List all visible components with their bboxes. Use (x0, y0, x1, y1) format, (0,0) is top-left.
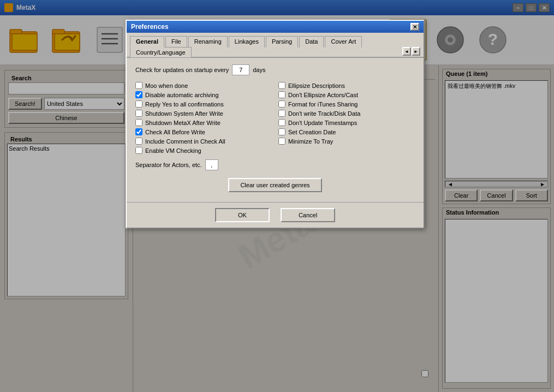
checkbox-row-r6: Minimize To Tray (278, 138, 415, 145)
checkbox-enable-vm[interactable] (135, 147, 142, 154)
checkbox-check-all-label: Check All Before Write (145, 129, 205, 135)
checkbox-no-update-timestamps[interactable] (278, 119, 285, 126)
checkbox-row-6: Include Comment in Check All (135, 138, 272, 145)
checkbox-no-track-disk-label: Don't write Track/Disk Data (288, 110, 360, 117)
checkbox-moo-label: Moo when done (145, 82, 188, 89)
checkbox-no-ellipsize-actors-label: Don't Ellipsize Actors/Cast (288, 92, 358, 98)
right-checkboxes-col: Ellipsize Descriptions Don't Ellipsize A… (278, 82, 415, 154)
modal-tab-coverart[interactable]: Cover Art (325, 36, 362, 47)
checkbox-row-r1: Don't Ellipsize Actors/Cast (278, 91, 415, 98)
modal-tab-country[interactable]: Country/Language (130, 47, 192, 57)
checkbox-minimize-tray-label: Minimize To Tray (288, 138, 333, 145)
checkbox-row-r3: Don't write Track/Disk Data (278, 110, 415, 117)
separator-row: Separator for Actors, etc. (135, 159, 415, 170)
checkbox-row-3: Shutdown System After Write (135, 110, 272, 117)
modal-tabs: General File Renaming Linkages Parsing D… (127, 33, 424, 58)
checkbox-include-comment[interactable] (135, 138, 142, 145)
modal-footer: OK Cancel (127, 202, 424, 228)
updates-label-after: days (253, 67, 265, 73)
checkbox-moo[interactable] (135, 82, 142, 89)
modal-nav-right[interactable]: ► (412, 47, 420, 56)
checkbox-row-r5: Set Creation Date (278, 128, 415, 135)
separator-label: Separator for Actors, etc. (135, 162, 202, 168)
modal-tab-general[interactable]: General (130, 36, 164, 47)
checkbox-row-0: Moo when done (135, 82, 272, 89)
checkbox-format-itunes[interactable] (278, 100, 285, 108)
clear-genres-btn[interactable]: Clear user created genres (228, 178, 321, 192)
checkbox-reply-yes[interactable] (135, 100, 142, 108)
modal-nav-left[interactable]: ◄ (402, 47, 411, 56)
checkbox-row-r0: Ellipsize Descriptions (278, 82, 415, 89)
modal-nav-arrows: ◄ ► (402, 47, 420, 57)
checkbox-include-comment-label: Include Comment in Check All (145, 138, 225, 145)
checkboxes-area: Moo when done Disable automatic archivin… (135, 82, 415, 154)
checkbox-ellipsize[interactable] (278, 82, 285, 89)
checkbox-disable-archive-label: Disable automatic archiving (145, 92, 219, 98)
checkbox-reply-yes-label: Reply Yes to all confirmations (145, 101, 224, 108)
modal-tab-file[interactable]: File (165, 36, 187, 47)
modal-cancel-btn[interactable]: Cancel (281, 208, 335, 222)
modal-body: Check for updates on startup every days … (127, 58, 424, 202)
updates-label-before: Check for updates on startup every (135, 67, 229, 73)
checkbox-no-update-timestamps-label: Don't Update Timestamps (288, 120, 357, 126)
checkbox-row-5: Check All Before Write (135, 128, 272, 135)
checkbox-row-r4: Don't Update Timestamps (278, 119, 415, 126)
checkbox-set-creation-label: Set Creation Date (288, 129, 336, 135)
modal-titlebar: Preferences ✕ (127, 21, 424, 33)
checkbox-row-r2: Format for iTunes Sharing (278, 100, 415, 108)
modal-title: Preferences (131, 23, 169, 31)
checkbox-format-itunes-label: Format for iTunes Sharing (288, 101, 358, 108)
checkbox-row-7: Enable VM Checking (135, 147, 272, 154)
preferences-modal: Preferences ✕ General File Renaming Link… (126, 20, 425, 229)
checkbox-minimize-tray[interactable] (278, 138, 285, 145)
checkbox-row-4: Shutdown MetaX After Write (135, 119, 272, 126)
checkbox-disable-archive[interactable] (135, 91, 142, 98)
modal-overlay: Preferences ✕ General File Renaming Link… (0, 0, 554, 392)
modal-tab-linkages[interactable]: Linkages (229, 36, 265, 47)
checkbox-no-ellipsize-actors[interactable] (278, 91, 285, 98)
checkbox-check-all[interactable] (135, 128, 142, 135)
checkbox-shutdown-system[interactable] (135, 110, 142, 117)
separator-input[interactable] (205, 159, 218, 170)
modal-tab-renaming[interactable]: Renaming (188, 36, 228, 47)
updates-input[interactable] (232, 64, 249, 75)
checkbox-set-creation[interactable] (278, 128, 285, 135)
updates-row: Check for updates on startup every days (135, 64, 415, 75)
modal-tab-parsing[interactable]: Parsing (266, 36, 298, 47)
checkbox-shutdown-metax[interactable] (135, 119, 142, 126)
modal-tab-data[interactable]: Data (299, 36, 324, 47)
modal-close-btn[interactable]: ✕ (410, 23, 419, 31)
checkbox-enable-vm-label: Enable VM Checking (145, 147, 201, 154)
checkbox-shutdown-system-label: Shutdown System After Write (145, 110, 223, 117)
modal-ok-btn[interactable]: OK (215, 208, 270, 222)
checkbox-row-1: Disable automatic archiving (135, 91, 272, 98)
left-checkboxes-col: Moo when done Disable automatic archivin… (135, 82, 272, 154)
checkbox-shutdown-metax-label: Shutdown MetaX After Write (145, 120, 221, 126)
checkbox-row-2: Reply Yes to all confirmations (135, 100, 272, 108)
checkbox-no-track-disk[interactable] (278, 110, 285, 117)
checkbox-ellipsize-label: Ellipsize Descriptions (288, 82, 345, 89)
